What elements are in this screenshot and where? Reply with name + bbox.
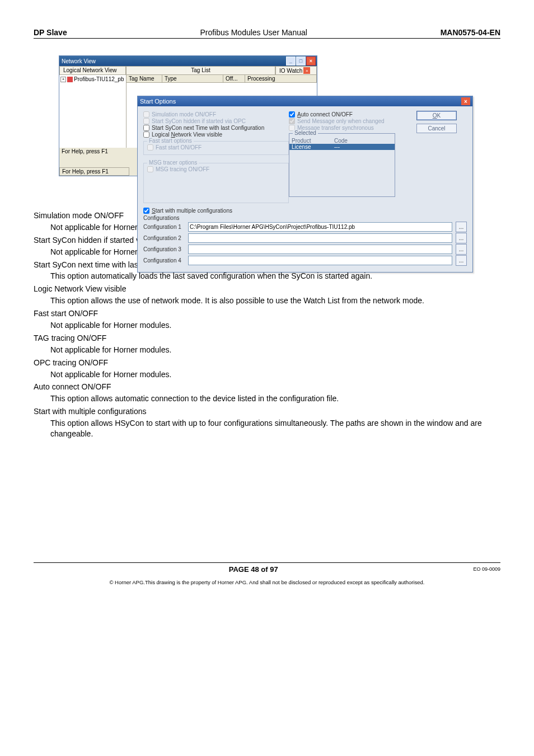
taglist-header: Tag Name Type Off... Processing — [127, 75, 317, 83]
page-footer: PAGE 48 of 97 EO 09-0009 — [34, 563, 500, 574]
nv-title-text: Network View — [62, 58, 96, 64]
conf1-input[interactable] — [188, 222, 452, 232]
desc-fast: Not applicable for Horner modules. — [50, 320, 500, 331]
page-header: DP Slave Profibus Modules User Manual MA… — [34, 28, 500, 39]
page-number: PAGE 48 of 97 — [229, 565, 278, 574]
tree-item-profibus[interactable]: + Profibus-TIU112_pb — [60, 76, 125, 82]
cancel-button[interactable]: Cancel — [416, 124, 457, 133]
copyright: © Horner APG.This drawing is the propert… — [34, 579, 500, 585]
conf-row-1: Configuration 1 ... — [143, 222, 467, 232]
header-center: Profibus Modules User Manual — [200, 28, 307, 37]
chk-msg-tracing: MSG tracing ON/OFF — [147, 166, 285, 172]
expand-icon[interactable]: + — [60, 77, 66, 82]
chk-auto-connect[interactable]: Auto connect ON/OFF — [289, 111, 395, 118]
desc-tag: Not applicable for Horner modules. — [50, 345, 500, 355]
col-product: Product — [289, 138, 334, 144]
config-heading: Configurations — [143, 215, 467, 221]
tab-io-watch-label: IO Watch — [279, 68, 302, 74]
conf3-browse-button[interactable]: ... — [456, 244, 467, 255]
selected-group: Selected Product Code License --- — [289, 133, 395, 197]
chk-logic-view[interactable]: Logical Network View visible — [143, 132, 289, 138]
col-type[interactable]: Type — [162, 75, 223, 82]
header-left: DP Slave — [34, 28, 67, 37]
term-logic-view: Logic Network View visible — [34, 284, 500, 294]
screenshot: Network View _ □ × Logical Network View … — [59, 55, 473, 176]
eo-number: EO 09-0009 — [473, 566, 500, 572]
status-bar-2: For Help, press F1 — [59, 167, 129, 176]
minimize-icon[interactable]: _ — [286, 57, 296, 65]
tab-tag-list[interactable]: Tag List — [126, 66, 275, 74]
conf-row-3: Configuration 3 ... — [143, 244, 467, 255]
conf1-browse-button[interactable]: ... — [456, 222, 467, 232]
desc-auto: This option allows automatic connection … — [50, 393, 500, 404]
msg-tracer-group: MSG tracer options MSG tracing ON/OFF — [143, 163, 289, 203]
dialog-title: Start Options — [140, 98, 176, 105]
col-code: Code — [334, 138, 348, 144]
term-tag: TAG tracing ON/OFF — [34, 333, 500, 344]
close-icon[interactable]: × — [306, 57, 316, 65]
desc-logic-view: This option allows the use of network mo… — [50, 295, 500, 306]
desc-last-conf: This option automatically loads the last… — [50, 271, 500, 281]
conf-row-4: Configuration 4 ... — [143, 255, 467, 266]
tab-io-watch[interactable]: IO Watch × — [275, 66, 317, 74]
selected-row[interactable]: License --- — [289, 144, 395, 150]
col-processing[interactable]: Processing — [245, 75, 317, 82]
tab-close-icon[interactable]: × — [303, 67, 310, 74]
conf4-input[interactable] — [188, 256, 452, 265]
chk-send-changed: Send Message only when changed — [289, 118, 395, 124]
chk-fast-start: Fast start ON/OFF — [147, 144, 285, 151]
conf-row-2: Configuration 2 ... — [143, 233, 467, 243]
conf2-browse-button[interactable]: ... — [456, 233, 467, 243]
tab-logical-network-view[interactable]: Logical Network View — [59, 66, 126, 74]
chk-opc-hidden[interactable]: Start SyCon hidden if started via OPC — [143, 118, 289, 124]
dialog-close-icon[interactable]: × — [461, 97, 470, 105]
chk-last-config[interactable]: Start SyCon next Time with last Configur… — [143, 125, 289, 131]
conf3-input[interactable] — [188, 245, 452, 254]
col-off[interactable]: Off... — [223, 75, 245, 82]
chk-simulation[interactable]: Simulation mode ON/OFF — [143, 111, 289, 118]
device-icon — [67, 77, 73, 82]
desc-opc: Not applicable for Horner modules. — [50, 369, 500, 380]
desc-multi: This option allows HSyCon to start with … — [50, 418, 500, 439]
col-tagname[interactable]: Tag Name — [127, 75, 162, 82]
term-opc: OPC tracing ON/OFF — [34, 358, 500, 368]
chk-start-multiple[interactable]: Start with multiple configurations — [143, 208, 467, 214]
start-options-dialog: Start Options × Simulation mode ON/OFF S… — [137, 96, 473, 273]
header-right: MAN0575-04-EN — [441, 28, 500, 37]
dialog-titlebar[interactable]: Start Options × — [138, 96, 472, 106]
term-auto: Auto connect ON/OFF — [34, 382, 500, 392]
tree-item-label: Profibus-TIU112_pb — [74, 76, 124, 82]
term-fast: Fast start ON/OFF — [34, 308, 500, 319]
conf4-browse-button[interactable]: ... — [456, 255, 467, 266]
term-multi: Start with multiple configurations — [34, 406, 500, 417]
maximize-icon[interactable]: □ — [296, 57, 306, 65]
conf2-input[interactable] — [188, 233, 452, 243]
fast-start-group: Fast start options Fast start ON/OFF — [143, 141, 289, 155]
ok-button[interactable]: OK — [416, 111, 457, 120]
nv-titlebar[interactable]: Network View _ □ × — [59, 56, 317, 66]
